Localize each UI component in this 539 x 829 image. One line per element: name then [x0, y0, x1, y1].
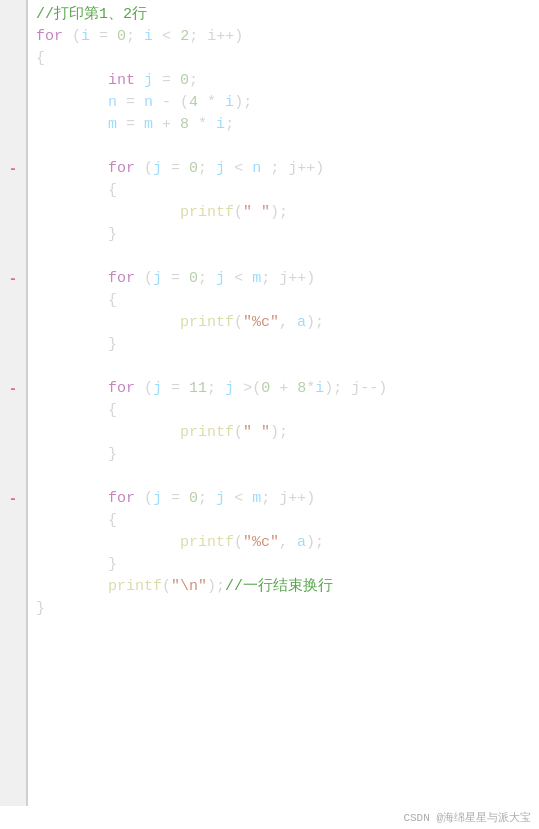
- gutter-line-18: -: [7, 378, 19, 400]
- gutter-line-16: [7, 334, 19, 356]
- code-segment: m: [144, 114, 153, 136]
- gutter-line-6: [7, 114, 19, 136]
- code-segment: (: [162, 576, 171, 598]
- code-segment: j: [153, 268, 162, 290]
- code-line-12: [36, 246, 539, 268]
- code-segment: (: [135, 378, 153, 400]
- code-segment: <: [225, 488, 252, 510]
- code-segment: i: [81, 26, 90, 48]
- code-segment: <: [153, 26, 180, 48]
- code-segment: );: [306, 532, 324, 554]
- code-segment: 0: [189, 158, 198, 180]
- code-segment: [36, 312, 180, 334]
- code-segment: {: [108, 290, 117, 312]
- code-segment: n: [252, 158, 261, 180]
- gutter-line-12: [7, 246, 19, 268]
- gutter-line-4: [7, 70, 19, 92]
- code-line-21: }: [36, 444, 539, 466]
- code-line-20: printf(" ");: [36, 422, 539, 444]
- gutter-line-27: [7, 576, 19, 598]
- code-segment: //打印第1、2行: [36, 4, 147, 26]
- code-segment: [36, 158, 108, 180]
- code-segment: i: [315, 378, 324, 400]
- code-line-4: int j = 0;: [36, 70, 539, 92]
- code-segment: ;: [207, 378, 225, 400]
- code-segment: 8: [297, 378, 306, 400]
- code-segment: 4: [189, 92, 198, 114]
- code-segment: <: [225, 268, 252, 290]
- code-segment: [36, 290, 108, 312]
- code-segment: {: [108, 400, 117, 422]
- code-segment: [36, 532, 180, 554]
- code-segment: ;: [261, 158, 288, 180]
- code-segment: ;: [198, 488, 216, 510]
- code-segment: printf: [180, 312, 234, 334]
- code-line-19: {: [36, 400, 539, 422]
- code-line-27: printf("\n");//一行结束换行: [36, 576, 539, 598]
- gutter-line-3: [7, 48, 19, 70]
- code-segment: 0: [117, 26, 126, 48]
- code-segment: "%c": [243, 312, 279, 334]
- gutter-line-15: [7, 312, 19, 334]
- code-segment: j: [153, 378, 162, 400]
- gutter-line-13: -: [7, 268, 19, 290]
- code-segment: printf: [108, 576, 162, 598]
- code-segment: +: [270, 378, 297, 400]
- code-segment: (: [234, 532, 243, 554]
- code-segment: [36, 554, 108, 576]
- code-segment: }: [108, 444, 117, 466]
- code-line-25: printf("%c", a);: [36, 532, 539, 554]
- code-segment: {: [108, 510, 117, 532]
- code-line-14: {: [36, 290, 539, 312]
- code-segment: j++: [279, 488, 306, 510]
- code-segment: i: [216, 114, 225, 136]
- code-segment: for: [36, 26, 63, 48]
- code-segment: );: [234, 92, 252, 114]
- code-segment: i++: [207, 26, 234, 48]
- code-segment: ,: [279, 312, 297, 334]
- code-segment: for: [108, 488, 135, 510]
- code-segment: m: [108, 114, 117, 136]
- code-segment: [36, 202, 180, 224]
- gutter-line-11: [7, 224, 19, 246]
- gutter-line-26: [7, 554, 19, 576]
- code-line-1: //打印第1、2行: [36, 4, 539, 26]
- gutter-line-2: [7, 26, 19, 48]
- code-segment: for: [108, 158, 135, 180]
- code-segment: ;: [189, 26, 207, 48]
- code-segment: );: [207, 576, 225, 598]
- code-segment: printf: [180, 532, 234, 554]
- code-segment: 8: [180, 114, 189, 136]
- code-content[interactable]: //打印第1、2行for (i = 0; i < 2; i++){ int j …: [28, 0, 539, 806]
- code-segment: =: [162, 268, 189, 290]
- code-line-23: for (j = 0; j < m; j++): [36, 488, 539, 510]
- code-segment: - (: [153, 92, 189, 114]
- code-segment: ): [315, 158, 324, 180]
- code-segment: [36, 180, 108, 202]
- code-segment: [36, 378, 108, 400]
- code-segment: 11: [189, 378, 207, 400]
- code-segment: j: [216, 268, 225, 290]
- code-segment: printf: [180, 422, 234, 444]
- code-segment: =: [90, 26, 117, 48]
- code-segment: (: [234, 312, 243, 334]
- gutter-line-24: [7, 510, 19, 532]
- gutter-line-7: [7, 136, 19, 158]
- code-segment: 0: [189, 488, 198, 510]
- code-segment: [36, 488, 108, 510]
- code-line-28: }: [36, 598, 539, 620]
- code-segment: ): [378, 378, 387, 400]
- code-segment: >(: [234, 378, 261, 400]
- gutter-line-10: [7, 202, 19, 224]
- code-segment: );: [324, 378, 351, 400]
- code-segment: ;: [261, 268, 279, 290]
- code-line-10: printf(" ");: [36, 202, 539, 224]
- code-segment: i: [144, 26, 153, 48]
- code-area: ---- //打印第1、2行for (i = 0; i < 2; i++){ i…: [0, 0, 539, 806]
- code-segment: =: [117, 92, 144, 114]
- code-segment: j: [153, 158, 162, 180]
- code-segment: 0: [180, 70, 189, 92]
- code-segment: int: [108, 70, 135, 92]
- code-segment: +: [153, 114, 180, 136]
- gutter-line-28: [7, 598, 19, 620]
